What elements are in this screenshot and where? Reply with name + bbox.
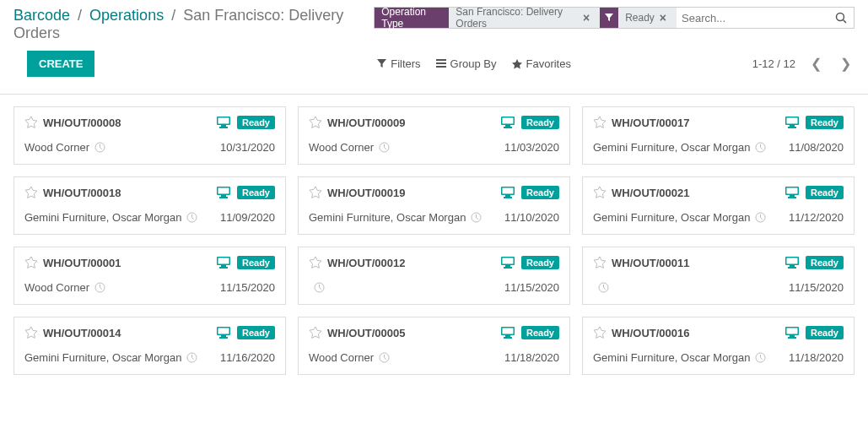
monitor-icon[interactable] xyxy=(217,187,230,198)
pager-prev[interactable]: ❮ xyxy=(807,54,825,73)
status-badge: Ready xyxy=(521,116,559,129)
svg-rect-43 xyxy=(786,258,797,264)
star-icon[interactable] xyxy=(593,326,607,339)
kanban-card[interactable]: WH/OUT/00018ReadyGemini Furniture, Oscar… xyxy=(13,176,286,235)
facet-filter-ready: Ready × xyxy=(600,8,677,28)
star-icon[interactable] xyxy=(309,256,322,269)
star-icon[interactable] xyxy=(24,116,38,129)
clock-icon[interactable] xyxy=(94,282,105,293)
svg-rect-33 xyxy=(218,258,229,264)
svg-rect-15 xyxy=(788,127,796,128)
clock-icon[interactable] xyxy=(314,282,325,293)
card-date: 11/08/2020 xyxy=(789,141,844,154)
star-icon[interactable] xyxy=(593,186,607,199)
svg-rect-58 xyxy=(786,328,797,334)
card-reference: WH/OUT/00012 xyxy=(327,257,405,269)
card-reference: WH/OUT/00021 xyxy=(612,187,689,199)
card-reference: WH/OUT/00017 xyxy=(612,117,689,129)
breadcrumb-barcode[interactable]: Barcode xyxy=(13,7,70,24)
card-date: 11/16/2020 xyxy=(220,351,275,364)
svg-rect-8 xyxy=(502,118,513,124)
monitor-icon[interactable] xyxy=(785,327,799,339)
card-reference: WH/OUT/00018 xyxy=(43,187,121,199)
clock-icon[interactable] xyxy=(471,212,482,223)
facet-remove-icon[interactable]: × xyxy=(578,11,593,24)
star-icon[interactable] xyxy=(309,116,322,129)
star-icon[interactable] xyxy=(309,186,322,199)
monitor-icon[interactable] xyxy=(501,117,515,128)
svg-rect-4 xyxy=(221,125,226,127)
star-icon[interactable] xyxy=(593,116,607,129)
facet-value: Ready × xyxy=(618,8,677,28)
clock-icon[interactable] xyxy=(94,142,105,153)
kanban-card[interactable]: WH/OUT/00021ReadyGemini Furniture, Oscar… xyxy=(582,176,855,235)
monitor-icon[interactable] xyxy=(501,187,515,198)
monitor-icon[interactable] xyxy=(501,257,515,269)
status-badge: Ready xyxy=(806,256,844,269)
svg-rect-53 xyxy=(502,328,513,334)
kanban-card[interactable]: WH/OUT/00019ReadyGemini Furniture, Oscar… xyxy=(298,176,570,235)
svg-rect-5 xyxy=(219,127,228,128)
clock-icon[interactable] xyxy=(186,212,197,223)
card-reference: WH/OUT/00011 xyxy=(612,257,689,269)
monitor-icon[interactable] xyxy=(217,327,230,339)
svg-rect-10 xyxy=(504,127,512,128)
monitor-icon[interactable] xyxy=(217,257,230,269)
facet-remove-icon[interactable]: × xyxy=(655,11,670,24)
kanban-card[interactable]: WH/OUT/00005ReadyWood Corner11/18/2020 xyxy=(298,317,570,375)
breadcrumb-operations[interactable]: Operations xyxy=(89,7,164,24)
kanban-card[interactable]: WH/OUT/00014ReadyGemini Furniture, Oscar… xyxy=(13,317,286,375)
search-icon[interactable] xyxy=(828,12,854,24)
card-date: 11/18/2020 xyxy=(504,351,559,364)
status-badge: Ready xyxy=(237,186,275,199)
groupby-button[interactable]: Group By xyxy=(436,57,497,70)
card-partner: Gemini Furniture, Oscar Morgan xyxy=(593,351,766,364)
monitor-icon[interactable] xyxy=(785,257,799,269)
card-reference: WH/OUT/00016 xyxy=(612,327,689,339)
kanban-card[interactable]: WH/OUT/00001ReadyWood Corner11/15/2020 xyxy=(13,247,286,305)
clock-icon[interactable] xyxy=(379,352,390,363)
clock-icon[interactable] xyxy=(755,352,766,363)
card-partner xyxy=(593,282,609,293)
search-bar[interactable]: Operation Type San Francisco: Delivery O… xyxy=(374,7,855,29)
card-partner: Gemini Furniture, Oscar Morgan xyxy=(593,141,766,154)
svg-rect-49 xyxy=(221,335,226,337)
clock-icon[interactable] xyxy=(186,352,197,363)
kanban-card[interactable]: WH/OUT/00008ReadyWood Corner10/31/2020 xyxy=(13,106,286,165)
clock-icon[interactable] xyxy=(379,142,390,153)
star-icon[interactable] xyxy=(24,326,38,339)
star-icon[interactable] xyxy=(24,186,38,199)
monitor-icon[interactable] xyxy=(217,117,230,128)
clock-icon[interactable] xyxy=(598,282,609,293)
card-reference: WH/OUT/00008 xyxy=(43,117,121,129)
search-input[interactable] xyxy=(677,12,828,24)
funnel-icon xyxy=(377,59,386,68)
filters-button[interactable]: Filters xyxy=(377,57,420,70)
monitor-icon[interactable] xyxy=(785,117,799,128)
status-badge: Ready xyxy=(806,186,844,199)
card-partner: Gemini Furniture, Oscar Morgan xyxy=(24,211,197,224)
clock-icon[interactable] xyxy=(755,142,766,153)
star-icon[interactable] xyxy=(309,326,322,339)
card-partner xyxy=(309,282,325,293)
kanban-card[interactable]: WH/OUT/00009ReadyWood Corner11/03/2020 xyxy=(298,106,570,165)
card-date: 11/18/2020 xyxy=(789,351,844,364)
monitor-icon[interactable] xyxy=(785,187,799,198)
kanban-card[interactable]: WH/OUT/00016ReadyGemini Furniture, Oscar… xyxy=(582,317,855,375)
card-partner: Wood Corner xyxy=(24,281,105,294)
star-icon[interactable] xyxy=(593,256,607,269)
favorites-button[interactable]: Favorites xyxy=(512,57,571,70)
kanban-card[interactable]: WH/OUT/00012Ready11/15/2020 xyxy=(298,247,570,305)
clock-icon[interactable] xyxy=(755,212,766,223)
svg-rect-50 xyxy=(219,337,228,339)
svg-rect-30 xyxy=(788,197,796,198)
kanban-card[interactable]: WH/OUT/00017ReadyGemini Furniture, Oscar… xyxy=(582,106,855,165)
pager-next[interactable]: ❯ xyxy=(837,54,855,73)
star-icon[interactable] xyxy=(24,256,38,269)
pager-text: 1-12 / 12 xyxy=(752,57,795,70)
svg-point-0 xyxy=(837,14,844,21)
kanban-card[interactable]: WH/OUT/00011Ready11/15/2020 xyxy=(582,247,855,305)
breadcrumb: Barcode / Operations / San Francisco: De… xyxy=(13,7,374,42)
create-button[interactable]: CREATE xyxy=(27,51,94,77)
monitor-icon[interactable] xyxy=(501,327,515,339)
